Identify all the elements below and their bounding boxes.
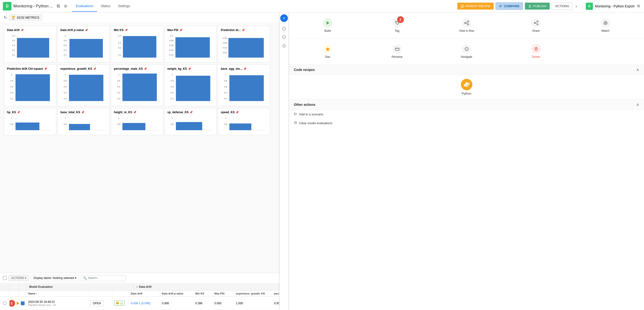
svg-text:1: 1 [11, 73, 12, 76]
tab-evaluations[interactable]: Evaluations [72, 1, 97, 12]
svg-text:0.2: 0.2 [171, 97, 174, 100]
delete-icon [531, 44, 541, 54]
svg-rect-99 [122, 123, 145, 130]
rename-label: Rename [392, 55, 402, 59]
table-actions-button[interactable]: ACTIONS ▾ [8, 275, 29, 281]
col-min-ks: Min KS [193, 291, 212, 296]
refresh-button[interactable]: ↻ [4, 15, 7, 20]
add-button[interactable]: + [280, 14, 288, 22]
star-action[interactable]: Star [294, 42, 362, 61]
actions-button[interactable]: ACTIONS [552, 3, 573, 10]
col-name[interactable]: Name ↑ [26, 291, 88, 296]
chart-pred-chisq: Prediction drift Chi-square 📌 1 0.8 0.6 … [4, 65, 56, 106]
add-to-scenario-action[interactable]: Add to a scenario [289, 110, 644, 119]
svg-rect-109 [230, 124, 251, 130]
svg-marker-110 [17, 302, 19, 305]
svg-text:0.4: 0.4 [118, 35, 121, 37]
right-panel-logo: D [586, 3, 593, 10]
info-icon-btn[interactable]: i [280, 25, 288, 33]
chevron-down-icon: ▾ [75, 276, 76, 280]
python-recipe-item[interactable]: Python [289, 75, 644, 99]
view-in-flow-action[interactable]: View in flow [433, 16, 500, 34]
right-panel-copy[interactable] [636, 4, 641, 9]
delete-action[interactable]: Delete [502, 42, 570, 61]
tag-action[interactable]: 2 Tag [363, 16, 431, 34]
tag-label: Tag [395, 29, 399, 33]
svg-point-123 [537, 24, 538, 25]
forward-arrow[interactable]: › [574, 3, 578, 10]
settings-icon[interactable] [63, 4, 68, 9]
share-action[interactable]: Share [502, 16, 570, 34]
table-row: 3 2024-09-30 18:49:22 Random forest (s1)… [0, 297, 279, 310]
svg-text:0.06: 0.06 [169, 44, 174, 47]
svg-text:0.8: 0.8 [64, 80, 67, 82]
svg-text:0.4: 0.4 [64, 49, 67, 51]
left-content: ↻ 🏆 32/32 METRICS Data drift 📌 0.5 0.4 [0, 13, 279, 310]
code-recipes-section-header: Code recipes ∧ [289, 65, 644, 75]
svg-text:1: 1 [172, 73, 173, 76]
col-max-psi: Max PSI [212, 291, 234, 296]
clear-evaluations-action[interactable]: Clear model evaluations [289, 119, 644, 128]
svg-point-3 [65, 6, 66, 7]
view-in-flow-label: View in flow [459, 29, 474, 33]
parent-recipe-button[interactable]: PARENT RECIPE [457, 3, 494, 10]
tab-settings[interactable]: Settings [114, 1, 134, 12]
eval-badge-cell: 😊 (1) [112, 299, 129, 307]
rename-action[interactable]: Rename [363, 42, 431, 61]
svg-point-121 [537, 21, 538, 22]
svg-rect-0 [58, 5, 60, 8]
view-in-flow-icon [462, 18, 472, 28]
add-to-scenario-label: Add to a scenario [299, 113, 323, 116]
publish-button[interactable]: PUBLISH [525, 3, 550, 10]
color-square [21, 301, 24, 305]
svg-text:0.6: 0.6 [10, 86, 13, 88]
svg-text:0.6: 0.6 [64, 44, 67, 47]
other-actions-toggle[interactable]: ∧ [636, 102, 639, 107]
chart-exp-growth: experience_growth_KS 📌 1 0.8 0.6 0.4 0.2 [57, 65, 110, 106]
clear-trash-icon [294, 121, 297, 125]
eval-badge[interactable]: 😊 (1) [114, 301, 124, 306]
svg-text:0.4: 0.4 [117, 92, 120, 94]
share-label: Share [532, 29, 540, 33]
row-exp-growth: 1.000 [234, 300, 272, 306]
svg-text:0.3: 0.3 [12, 44, 15, 47]
charts-area: Data drift 📌 0.5 0.4 0.3 0.2 0.1 [0, 23, 279, 273]
share-icon [531, 18, 541, 28]
metrics-badge[interactable]: 🏆 32/32 METRICS [9, 14, 42, 21]
build-icon [323, 18, 332, 28]
svg-text:1: 1 [65, 73, 66, 76]
column-headers: Name ↑ Data drift Data drift p-value Min… [0, 291, 279, 297]
chart-weight-ks: weight_kg_KS 📌 1 0.8 0.6 0.4 0.2 [164, 65, 217, 106]
copy-icon[interactable] [56, 4, 61, 9]
right-panel-actions-row1: Build 2 Tag [289, 13, 644, 39]
svg-point-116 [464, 22, 466, 24]
build-label: Build [324, 29, 331, 33]
compare-button[interactable]: COMPARE [496, 3, 523, 10]
svg-text:0.8: 0.8 [117, 123, 120, 125]
tag-badge: 2 [397, 16, 404, 23]
svg-text:0.1: 0.1 [118, 54, 121, 56]
col-data-drift: Data drift [129, 291, 160, 296]
chart-title-min-ks: Min KS 📌 [114, 29, 160, 32]
svg-line-124 [535, 22, 537, 23]
comments-icon-btn[interactable] [280, 34, 288, 41]
history-icon-btn[interactable] [280, 42, 288, 50]
navigate-action[interactable]: Navigate [433, 42, 500, 61]
svg-marker-128 [326, 47, 330, 51]
svg-text:0.8: 0.8 [64, 40, 67, 42]
tab-status[interactable]: Status [97, 1, 114, 12]
watch-action[interactable]: Watch [572, 16, 639, 34]
build-action[interactable]: Build [294, 16, 362, 34]
svg-text:0.2: 0.2 [118, 47, 121, 49]
star-icon [323, 44, 332, 54]
svg-text:1: 1 [172, 117, 173, 119]
code-recipes-toggle[interactable]: ∧ [636, 67, 639, 72]
svg-text:0.8: 0.8 [171, 123, 174, 125]
nav-tabs: Evaluations Status Settings [72, 1, 134, 12]
display-labels-button[interactable]: Display labels: Nothing selected ▾ [31, 275, 79, 281]
select-all-checkbox[interactable] [3, 276, 7, 280]
open-button[interactable]: OPEN [90, 300, 104, 306]
row-checkbox[interactable] [3, 302, 6, 305]
search-input[interactable] [88, 276, 124, 280]
chart-max-psi: Max PSI 📌 0.1 0.08 0.06 0.04 0.02 [164, 26, 217, 63]
